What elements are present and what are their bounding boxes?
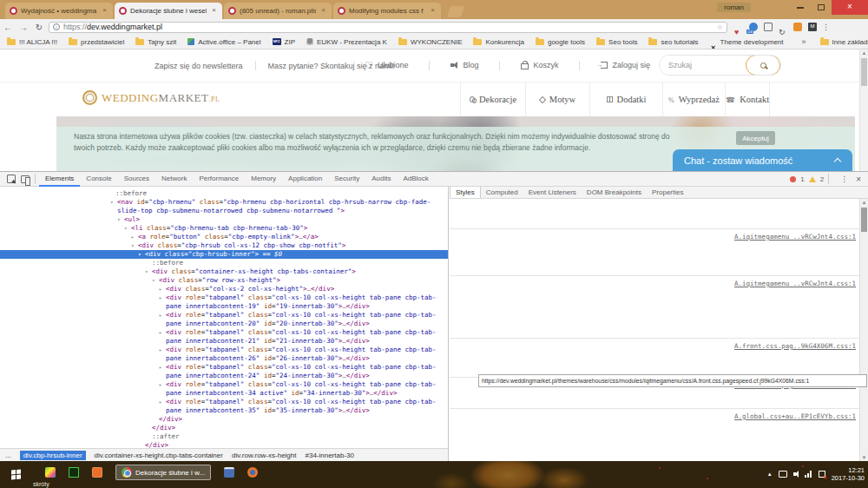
scroll-up-icon[interactable]: ▲ bbox=[860, 199, 868, 205]
taskbar-app[interactable] bbox=[69, 467, 79, 478]
other-bookmarks-button[interactable]: Inne zakładki bbox=[820, 38, 868, 46]
browser-tab[interactable]: (805 unread) - roman.plis bbox=[224, 3, 332, 19]
page-info-icon[interactable] bbox=[53, 23, 60, 30]
sidebar-tab[interactable]: Styles bbox=[450, 187, 481, 198]
style-line[interactable] bbox=[453, 241, 856, 248]
breadcrumb[interactable]: ... bbox=[5, 452, 11, 459]
dom-tree-line[interactable]: ▾<div class="cbp-hrsub-inner"> == $0 bbox=[0, 250, 448, 259]
search-input[interactable] bbox=[660, 56, 751, 75]
style-line[interactable] bbox=[453, 311, 856, 319]
start-button[interactable] bbox=[6, 465, 25, 484]
style-line[interactable]: A.front.css.pag..9kG4X06M.css:1 bbox=[453, 342, 856, 350]
browser-tab[interactable]: Modifying modules css f bbox=[333, 3, 441, 19]
tray-expand-icon[interactable]: ▲ bbox=[767, 472, 773, 477]
tab-close-icon[interactable] bbox=[210, 7, 218, 15]
bookmark-item[interactable]: google tools bbox=[536, 38, 585, 46]
sidebar-tab[interactable]: Computed bbox=[481, 187, 523, 198]
style-line[interactable] bbox=[453, 428, 856, 436]
browser-tab[interactable]: Dekoracje ślubne i wesel bbox=[115, 3, 222, 19]
scrollbar-thumb[interactable] bbox=[861, 208, 867, 232]
devtools-tab[interactable]: Application bbox=[282, 172, 328, 187]
search-button[interactable] bbox=[746, 55, 780, 76]
error-icon[interactable] bbox=[790, 176, 796, 182]
dom-tree-line[interactable]: ▾<ul> bbox=[0, 215, 448, 224]
style-line[interactable] bbox=[453, 295, 856, 303]
dom-tree-line[interactable]: ▸<div class="col-xs-2 col-xs-height">…</… bbox=[0, 285, 448, 293]
network-icon[interactable] bbox=[805, 471, 812, 478]
bookmark-item[interactable]: ZIP bbox=[273, 38, 295, 46]
devtools-tab[interactable]: Memory bbox=[245, 172, 282, 187]
menu-item[interactable]: Dekoracje bbox=[460, 82, 525, 116]
chrome-menu-icon[interactable]: ⋮ bbox=[822, 23, 830, 31]
breadcrumb[interactable]: div.row.row-xs-height bbox=[232, 452, 297, 459]
site-logo[interactable]: WEDDINGMARKET.PL bbox=[82, 90, 220, 105]
style-line[interactable] bbox=[453, 319, 856, 326]
inspect-element-icon[interactable] bbox=[7, 175, 16, 183]
tab-close-icon[interactable] bbox=[101, 7, 108, 15]
bookmarks-overflow-icon[interactable]: » bbox=[802, 37, 806, 46]
style-line[interactable] bbox=[453, 389, 856, 397]
style-line[interactable] bbox=[453, 366, 856, 373]
devtools-tab[interactable]: Audits bbox=[365, 172, 397, 187]
scroll-up-icon[interactable]: ▲ bbox=[860, 49, 868, 56]
bookmark-item[interactable]: przedstawiciel bbox=[69, 38, 124, 46]
devtools-tab[interactable]: Security bbox=[328, 172, 365, 187]
style-line[interactable] bbox=[453, 303, 856, 311]
blog-link[interactable]: Blog bbox=[450, 61, 478, 69]
dom-tree-line[interactable]: ▸<div role="tabpanel" class="col-xs-10 c… bbox=[0, 328, 448, 346]
reload-icon[interactable]: ↻ bbox=[31, 23, 47, 32]
devtools-menu-icon[interactable]: ⋮ bbox=[840, 175, 848, 183]
minimize-button[interactable] bbox=[790, 0, 811, 15]
extension-icon[interactable] bbox=[734, 23, 743, 31]
extension-icon[interactable] bbox=[764, 23, 773, 31]
style-line[interactable] bbox=[453, 264, 856, 272]
dom-tree-line[interactable]: ▸<div role="tabpanel" class="col-xs-10 c… bbox=[0, 293, 448, 311]
dom-tree-line[interactable]: ▾<li class="cbp-hrmenu-tab cbp-hrmenu-ta… bbox=[0, 224, 448, 233]
dom-tree-line[interactable]: ▸<div role="tabpanel" class="col-xs-10 c… bbox=[0, 380, 448, 398]
bookmark-item[interactable]: Tajny szit bbox=[135, 38, 176, 46]
devtools-tab[interactable]: Console bbox=[80, 172, 117, 187]
breadcrumb[interactable]: #34-innertab-30 bbox=[305, 452, 353, 459]
page-scrollbar[interactable]: ▲ bbox=[859, 49, 868, 171]
dom-tree-line[interactable]: ::before bbox=[0, 259, 448, 267]
dom-tree-line[interactable]: ▸<div role="tabpanel" class="col-xs-10 c… bbox=[0, 398, 448, 415]
device-toolbar-icon[interactable] bbox=[21, 175, 30, 183]
sidebar-tab[interactable]: Event Listeners bbox=[523, 187, 582, 198]
devtools-tab[interactable]: Elements bbox=[39, 172, 80, 187]
taskbar-app[interactable] bbox=[45, 467, 56, 478]
extension-icon[interactable] bbox=[808, 23, 817, 31]
breadcrumb[interactable]: div.container-xs-height.cbp-tabs-contain… bbox=[95, 452, 223, 459]
devtools-tab[interactable]: Performance bbox=[193, 172, 245, 187]
stylesheet-link[interactable]: A.iqitmegamenu_..vRCwJnt4.css:1 bbox=[734, 280, 856, 287]
login-link[interactable]: Zaloguj się bbox=[601, 61, 650, 69]
chat-widget[interactable]: Chat - zostaw wiadomość bbox=[673, 149, 852, 171]
dom-tree-line[interactable]: ▾<nav id="cbp-hrmenu" class="cbp-hrmenu … bbox=[0, 198, 448, 215]
warning-icon[interactable] bbox=[809, 176, 816, 182]
dom-tree-line[interactable]: ▸<a role="button" class="cbp-empty-mlink… bbox=[0, 233, 448, 241]
dom-tree-line[interactable]: ▾<div class="row row-xs-height"> bbox=[0, 276, 448, 285]
dom-tree-line[interactable]: </div> bbox=[0, 424, 448, 432]
dom-tree-line[interactable]: ▸<div role="tabpanel" class="col-xs-10 c… bbox=[0, 311, 448, 328]
taskbar-app[interactable] bbox=[92, 467, 102, 478]
style-line[interactable] bbox=[450, 338, 859, 339]
style-line[interactable] bbox=[453, 358, 856, 366]
scroll-down-icon[interactable]: ▼ bbox=[860, 454, 868, 460]
bookmark-item[interactable]: WYKONCZENIE bbox=[398, 38, 463, 46]
bookmark-item[interactable]: Seo tools bbox=[596, 38, 637, 46]
close-button[interactable]: × bbox=[832, 0, 868, 15]
style-line[interactable] bbox=[450, 275, 859, 276]
maximize-button[interactable] bbox=[811, 0, 832, 15]
menu-item[interactable]: Wyprzedaż bbox=[662, 82, 725, 116]
address-bar[interactable]: https://dev.weddingmarket.pl bbox=[49, 22, 727, 33]
dom-tree-line[interactable]: ▾<div class="container-xs-height cbp-tab… bbox=[0, 267, 448, 276]
sidebar-tab[interactable]: DOM Breakpoints bbox=[582, 187, 647, 198]
style-line[interactable] bbox=[453, 248, 856, 256]
dom-tree-line[interactable]: </div> bbox=[0, 415, 448, 424]
style-line[interactable]: A.iqitmegamenu_..vRCwJnt4.css:1 bbox=[453, 233, 856, 241]
bookmark-item[interactable]: Theme development bbox=[710, 38, 784, 46]
bookmark-star-icon[interactable] bbox=[717, 23, 723, 31]
dom-tree-line[interactable]: ▸<div role="tabpanel" class="col-xs-10 c… bbox=[0, 346, 448, 363]
cookie-accept-button[interactable]: Akceptuj bbox=[736, 131, 775, 145]
new-tab-button[interactable] bbox=[447, 6, 464, 17]
style-line[interactable] bbox=[453, 256, 856, 264]
